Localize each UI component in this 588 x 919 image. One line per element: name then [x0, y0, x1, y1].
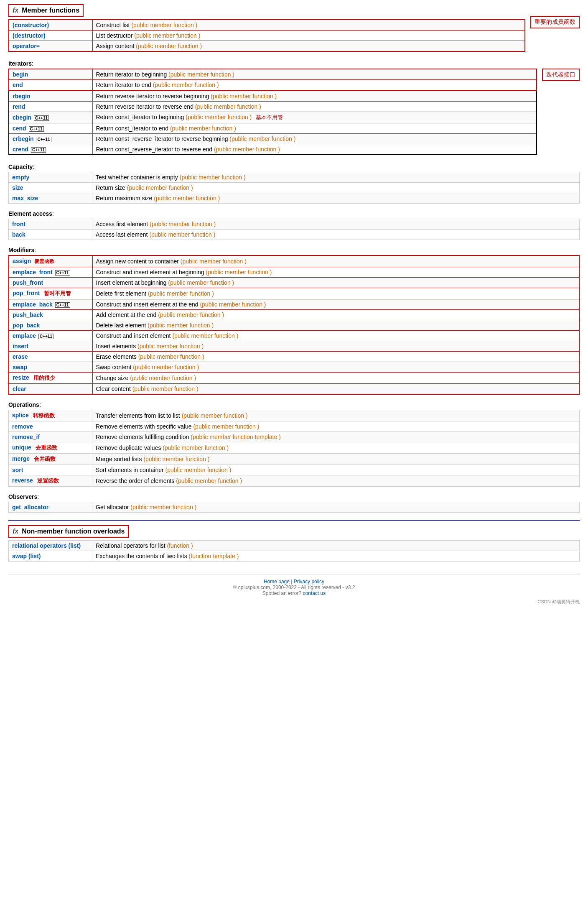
contact-us-link[interactable]: contact us: [303, 590, 326, 596]
capacity-table: empty Test whether container is empty (p…: [8, 172, 580, 204]
table-row: reverse 逆置函数 Reverse the order of elemen…: [9, 475, 580, 487]
table-row: swap (list) Exchanges the contents of tw…: [9, 551, 580, 562]
size-link[interactable]: size: [12, 184, 23, 191]
cpp11-badge: C++11: [34, 115, 49, 121]
table-row: insert Insert elements (public member fu…: [9, 341, 579, 352]
table-row: max_size Return maximum size (public mem…: [9, 193, 580, 204]
begin-link[interactable]: begin: [13, 71, 28, 78]
swap-link[interactable]: swap: [13, 364, 27, 370]
end-link[interactable]: end: [13, 82, 23, 88]
table-row: cend C++11 Return const_iterator to end …: [9, 123, 537, 134]
max-size-link[interactable]: max_size: [12, 195, 38, 202]
table-row: empty Test whether container is empty (p…: [9, 172, 580, 183]
unique-link[interactable]: unique: [12, 444, 31, 451]
empty-link[interactable]: empty: [12, 174, 29, 181]
operations-header: Operations:: [8, 401, 580, 408]
spotted-error: Spotted an error? contact us: [8, 590, 580, 596]
element-access-table: front Access first element (public membe…: [8, 219, 580, 240]
rbegin-link[interactable]: rbegin: [13, 93, 31, 100]
table-row: begin Return iterator to beginning (publ…: [9, 69, 537, 80]
non-member-section: fx Non-member function overloads relatio…: [8, 525, 580, 562]
table-row: rend Return reverse iterator to reverse …: [9, 102, 537, 112]
footer-links: Home page | Privacy policy: [8, 579, 580, 585]
emplace-back-link[interactable]: emplace_back: [13, 301, 53, 308]
assign-link[interactable]: assign: [13, 258, 31, 264]
privacy-policy-link[interactable]: Privacy policy: [294, 579, 324, 585]
merge-link[interactable]: merge: [12, 455, 30, 462]
table-row: swap Swap content (public member functio…: [9, 362, 579, 373]
destructor-link[interactable]: (destructor): [13, 32, 46, 39]
sort-link[interactable]: sort: [12, 467, 23, 473]
swap-list-link[interactable]: swap (list): [12, 553, 41, 559]
modifiers-table: assign 覆盖函数 Assign new content to contai…: [8, 255, 580, 395]
resize-annotation: 用的很少: [33, 375, 55, 381]
member-functions-annotation: 重要的成员函数: [530, 16, 580, 28]
pop-front-link[interactable]: pop_front: [13, 290, 40, 296]
cpp11-badge: C++11: [55, 270, 70, 276]
push-front-link[interactable]: push_front: [13, 279, 43, 286]
splice-annotation: 转移函数: [33, 412, 55, 419]
front-link[interactable]: front: [12, 221, 25, 227]
back-link[interactable]: back: [12, 231, 25, 238]
table-row: emplace C++11 Construct and insert eleme…: [9, 331, 579, 341]
relational-operators-link[interactable]: relational operators (list): [12, 542, 81, 549]
table-row: (destructor) List destructor (public mem…: [9, 31, 525, 41]
modifiers-section: Modifiers: assign 覆盖函数 Assign new conten…: [8, 247, 580, 395]
table-row: push_front Insert element at beginning (…: [9, 278, 579, 288]
resize-link[interactable]: resize: [13, 374, 29, 381]
clear-link[interactable]: clear: [13, 385, 26, 392]
get-allocator-link[interactable]: get_allocator: [12, 504, 48, 511]
capacity-section: Capacity: empty Test whether container i…: [8, 163, 580, 204]
push-back-link[interactable]: push_back: [13, 311, 43, 318]
table-row: operator= Assign content (public member …: [9, 41, 525, 52]
pop-back-link[interactable]: pop_back: [13, 322, 40, 329]
remove-link[interactable]: remove: [12, 423, 33, 430]
element-access-section: Element access: front Access first eleme…: [8, 210, 580, 240]
table-row: unique 去重函数 Remove duplicate values (pub…: [9, 442, 580, 454]
unique-annotation: 去重函数: [36, 444, 57, 451]
constructor-link[interactable]: (constructor): [13, 22, 49, 28]
cbegin-link[interactable]: cbegin: [13, 114, 31, 121]
table-row: end Return iterator to end (public membe…: [9, 80, 537, 91]
emplace-front-link[interactable]: emplace_front: [13, 269, 53, 276]
reverse-link[interactable]: reverse: [12, 477, 33, 484]
table-row: merge 合并函数 Merge sorted lists (public me…: [9, 454, 580, 465]
erase-link[interactable]: erase: [13, 353, 28, 360]
rend-link[interactable]: rend: [13, 103, 25, 110]
iterators-section: Iterators: begin Return iterator to begi…: [8, 60, 580, 157]
table-row: crbegin C++11 Return const_reverse_itera…: [9, 134, 537, 144]
remove-if-link[interactable]: remove_if: [12, 434, 40, 440]
insert-link[interactable]: insert: [13, 343, 28, 350]
modifiers-header: Modifiers:: [8, 247, 580, 253]
table-row: emplace_front C++11 Construct and insert…: [9, 267, 579, 278]
non-member-table: relational operators (list) Relational o…: [8, 540, 580, 562]
non-member-title-box: fx Non-member function overloads: [8, 525, 129, 538]
cpp11-badge: C++11: [55, 302, 70, 308]
table-row: size Return size (public member function…: [9, 183, 580, 193]
table-row: sort Sort elements in container (public …: [9, 465, 580, 475]
section-divider: [8, 520, 580, 521]
table-row: (constructor) Construct list (public mem…: [9, 20, 525, 31]
splice-link[interactable]: splice: [12, 412, 29, 419]
crbegin-link[interactable]: crbegin: [13, 135, 34, 142]
table-row: remove_if Remove elements fulfilling con…: [9, 432, 580, 442]
element-access-header: Element access:: [8, 210, 580, 217]
crend-link[interactable]: crend: [13, 146, 28, 153]
member-functions-label: Member functions: [22, 7, 79, 14]
operations-table: splice 转移函数 Transfer elements from list …: [8, 410, 580, 487]
cpp11-badge: C++11: [36, 137, 51, 142]
table-row: relational operators (list) Relational o…: [9, 541, 580, 551]
capacity-header: Capacity:: [8, 163, 580, 170]
reverse-annotation: 逆置函数: [37, 477, 59, 484]
csdn-watermark: CSDN @喵英待开机: [8, 599, 580, 605]
cend-link[interactable]: cend: [13, 125, 26, 132]
iterators-header: Iterators:: [8, 60, 580, 67]
cbegin-annotation: 基本不用管: [256, 114, 283, 120]
home-page-link[interactable]: Home page: [264, 579, 290, 585]
observers-table: get_allocator Get allocator (public memb…: [8, 502, 580, 513]
emplace-link[interactable]: emplace: [13, 332, 36, 339]
observers-header: Observers:: [8, 493, 580, 500]
fx-icon: fx: [13, 7, 18, 14]
operator-link[interactable]: operator=: [13, 43, 40, 49]
member-functions-title: fx Member functions: [8, 4, 84, 17]
